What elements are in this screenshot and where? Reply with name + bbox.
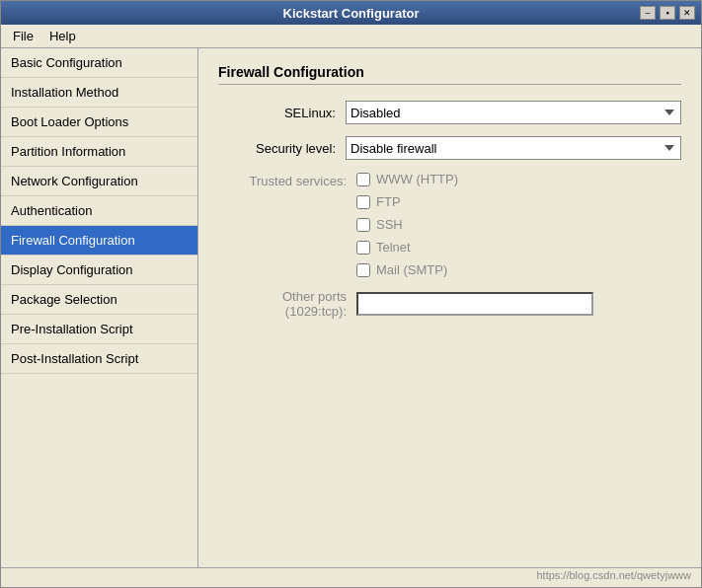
service-www: WWW (HTTP) [356, 172, 681, 186]
sidebar-item-boot-loader-options[interactable]: Boot Loader Options [1, 108, 197, 137]
other-ports-row: Other ports (1029:tcp): [218, 289, 681, 319]
service-telnet-label: Telnet [376, 240, 411, 255]
maximize-button[interactable]: ▪ [660, 6, 675, 20]
content-area: Basic Configuration Installation Method … [1, 48, 701, 567]
security-level-control: Disable firewallEnable firewallNo firewa… [346, 136, 681, 160]
sidebar-item-pre-installation-script[interactable]: Pre-Installation Script [1, 315, 197, 344]
watermark: https://blog.csdn.net/qwetyjwww [536, 569, 691, 581]
sidebar-item-authentication[interactable]: Authentication [1, 196, 197, 226]
section-title: Firewall Configuration [218, 64, 681, 85]
security-level-row: Security level: Disable firewallEnable f… [218, 136, 681, 160]
service-www-checkbox[interactable] [356, 173, 370, 186]
service-smtp-label: Mail (SMTP) [376, 262, 447, 277]
service-ssh: SSH [356, 217, 681, 232]
sidebar-item-display-configuration[interactable]: Display Configuration [1, 256, 197, 285]
service-ssh-label: SSH [376, 217, 403, 232]
sidebar-item-post-installation-script[interactable]: Post-Installation Script [1, 344, 197, 374]
window-title: Kickstart Configurator [62, 6, 640, 21]
trusted-services-list: WWW (HTTP) FTP SSH Telnet [356, 172, 681, 277]
service-telnet-checkbox[interactable] [356, 241, 370, 255]
service-ftp-checkbox[interactable] [356, 195, 370, 209]
trusted-services-label: Trusted services: [218, 172, 356, 277]
security-level-label: Security level: [218, 141, 346, 156]
sidebar-item-firewall-configuration[interactable]: Firewall Configuration [1, 226, 197, 256]
selinux-control: DisabledEnforcingPermissive [346, 101, 681, 124]
menu-help[interactable]: Help [41, 27, 84, 45]
trusted-services-section: Trusted services: WWW (HTTP) FTP SSH [218, 172, 681, 277]
service-ftp: FTP [356, 194, 681, 209]
sidebar-item-basic-configuration[interactable]: Basic Configuration [1, 48, 197, 78]
selinux-select[interactable]: DisabledEnforcingPermissive [346, 101, 681, 124]
service-ssh-checkbox[interactable] [356, 218, 370, 232]
main-panel: Firewall Configuration SELinux: Disabled… [198, 48, 701, 567]
selinux-label: SELinux: [218, 106, 346, 120]
title-bar-controls: – ▪ ✕ [640, 6, 695, 20]
service-smtp-checkbox[interactable] [356, 263, 370, 277]
sidebar: Basic Configuration Installation Method … [1, 48, 198, 567]
menu-file[interactable]: File [5, 27, 41, 45]
title-bar: Kickstart Configurator – ▪ ✕ [1, 1, 701, 25]
minimize-button[interactable]: – [640, 6, 656, 20]
sidebar-item-partition-information[interactable]: Partition Information [1, 137, 197, 167]
service-telnet: Telnet [356, 240, 681, 255]
sidebar-item-package-selection[interactable]: Package Selection [1, 285, 197, 315]
close-button[interactable]: ✕ [679, 6, 695, 20]
sidebar-item-network-configuration[interactable]: Network Configuration [1, 167, 197, 196]
selinux-row: SELinux: DisabledEnforcingPermissive [218, 101, 681, 124]
other-ports-label: Other ports (1029:tcp): [218, 289, 356, 319]
status-bar: https://blog.csdn.net/qwetyjwww [1, 567, 701, 587]
service-www-label: WWW (HTTP) [376, 172, 458, 186]
other-ports-input[interactable] [356, 292, 593, 316]
service-smtp: Mail (SMTP) [356, 262, 681, 277]
menu-bar: File Help [1, 25, 701, 48]
security-level-select[interactable]: Disable firewallEnable firewallNo firewa… [346, 136, 681, 160]
main-window: Kickstart Configurator – ▪ ✕ File Help B… [0, 0, 702, 588]
service-ftp-label: FTP [376, 194, 401, 209]
sidebar-item-installation-method[interactable]: Installation Method [1, 78, 197, 108]
